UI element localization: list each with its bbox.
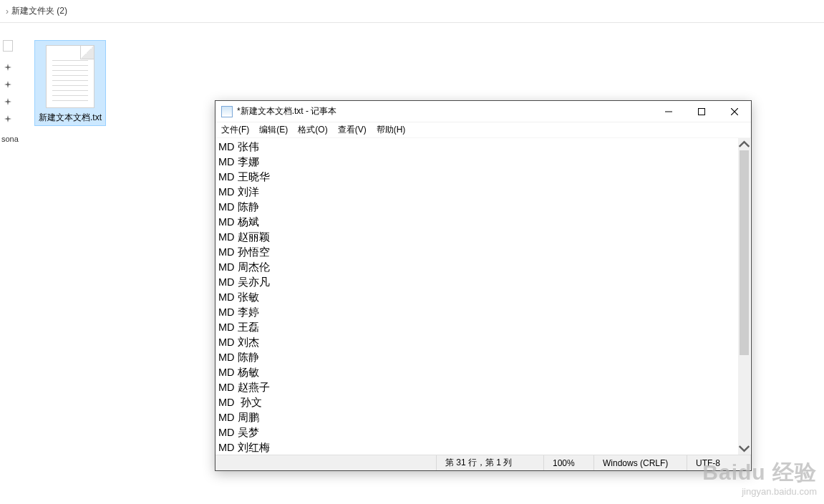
notepad-title: *新建文本文档.txt - 记事本 xyxy=(237,105,336,117)
notepad-menubar: 文件(F) 编辑(E) 格式(O) 查看(V) 帮助(H) xyxy=(215,122,751,138)
menu-format[interactable]: 格式(O) xyxy=(298,124,327,136)
editor-line[interactable]: MD 陈静 xyxy=(218,200,748,215)
editor-line[interactable]: MD 王晓华 xyxy=(218,170,748,185)
editor-line[interactable]: MD 孙悟空 xyxy=(218,245,748,260)
svg-rect-1 xyxy=(699,108,705,115)
minimize-button[interactable] xyxy=(652,101,685,122)
pin-icon[interactable] xyxy=(0,62,13,73)
status-line-ending: Windows (CRLF) xyxy=(593,455,687,470)
pin-icon[interactable] xyxy=(0,113,13,125)
editor-line[interactable]: MD 刘洋 xyxy=(218,185,748,200)
menu-view[interactable]: 查看(V) xyxy=(338,124,367,136)
notepad-window: *新建文本文档.txt - 记事本 文件(F) 编辑(E) 格式(O) 查看(V… xyxy=(215,100,752,471)
notepad-titlebar[interactable]: *新建文本文档.txt - 记事本 xyxy=(215,101,751,122)
text-file-icon xyxy=(46,45,94,108)
pin-icon[interactable] xyxy=(0,79,13,90)
status-zoom: 100% xyxy=(543,455,593,470)
breadcrumb-folder[interactable]: 新建文件夹 (2) xyxy=(11,5,67,17)
status-encoding: UTF-8 xyxy=(687,455,751,470)
pin-icon[interactable] xyxy=(0,96,13,107)
editor-line[interactable]: MD 李婷 xyxy=(218,305,748,320)
notepad-statusbar: 第 31 行，第 1 列 100% Windows (CRLF) UTF-8 xyxy=(215,455,751,470)
editor-line[interactable]: MD 赵丽颖 xyxy=(218,230,748,245)
sidebar-blank-item[interactable] xyxy=(3,40,13,52)
editor-line[interactable]: MD 杨斌 xyxy=(218,215,748,230)
explorer-sidebar: sona xyxy=(0,40,26,143)
editor-line[interactable]: MD 陈静 xyxy=(218,350,748,365)
status-position: 第 31 行，第 1 列 xyxy=(436,455,543,470)
editor-line[interactable]: MD 周鹏 xyxy=(218,410,748,425)
menu-edit[interactable]: 编辑(E) xyxy=(259,124,288,136)
notepad-icon xyxy=(221,106,233,117)
editor-line[interactable]: MD 周杰伦 xyxy=(218,260,748,275)
menu-help[interactable]: 帮助(H) xyxy=(377,124,406,136)
editor-line[interactable]: MD 吴亦凡 xyxy=(218,275,748,290)
maximize-button[interactable] xyxy=(685,101,718,122)
editor-line[interactable]: MD 孙文 xyxy=(218,395,748,410)
explorer-breadcrumb-bar[interactable]: › 新建文件夹 (2) xyxy=(0,0,824,23)
scroll-down-icon[interactable] xyxy=(738,442,750,455)
scrollbar-track[interactable] xyxy=(738,150,750,442)
editor-line[interactable]: MD 张伟 xyxy=(218,140,748,155)
explorer-content: sona 新建文本文档.txt *新建文本文档.txt - 记事本 文件(F) … xyxy=(0,23,824,504)
vertical-scrollbar[interactable] xyxy=(738,138,750,455)
sidebar-item-label[interactable]: sona xyxy=(0,135,26,143)
editor-line[interactable]: MD 李娜 xyxy=(218,155,748,170)
editor-line[interactable]: MD 赵燕子 xyxy=(218,380,748,395)
breadcrumb-chevron-icon: › xyxy=(6,6,9,16)
notepad-editor[interactable]: MD 张伟MD 李娜MD 王晓华MD 刘洋MD 陈静MD 杨斌MD 赵丽颖MD … xyxy=(215,138,751,455)
file-item-selected[interactable]: 新建文本文档.txt xyxy=(34,40,106,126)
close-button[interactable] xyxy=(718,101,751,122)
file-label: 新建文本文档.txt xyxy=(37,112,104,122)
editor-line[interactable]: MD 刘杰 xyxy=(218,335,748,350)
watermark-url: jingyan.baidu.com xyxy=(702,486,817,497)
editor-line[interactable]: MD 刘红梅 xyxy=(218,440,748,455)
editor-line[interactable]: MD 王磊 xyxy=(218,320,748,335)
editor-line[interactable]: MD 杨敏 xyxy=(218,365,748,380)
editor-line[interactable]: MD 吴梦 xyxy=(218,425,748,440)
editor-line[interactable]: MD 张敏 xyxy=(218,290,748,305)
scrollbar-thumb[interactable] xyxy=(740,150,749,355)
scroll-up-icon[interactable] xyxy=(738,138,750,150)
menu-file[interactable]: 文件(F) xyxy=(221,124,249,136)
